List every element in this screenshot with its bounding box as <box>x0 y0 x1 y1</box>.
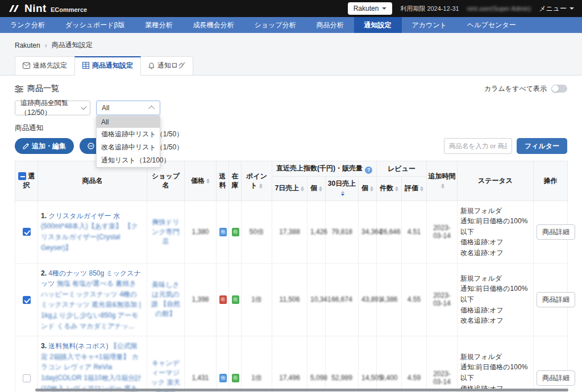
nav-item[interactable]: ランク分析 <box>0 17 55 33</box>
tab-contact-settings[interactable]: 連絡先設定 <box>15 56 75 75</box>
filter-button[interactable]: フィルター <box>517 138 567 154</box>
sort-icon[interactable] <box>319 186 322 191</box>
search-input[interactable] <box>444 138 512 154</box>
minus-circle-icon <box>88 143 94 149</box>
brand-name: Nint <box>24 2 47 15</box>
sort-icon[interactable] <box>206 178 210 184</box>
sales-7day-value: 11,506 <box>280 295 300 303</box>
header-review-score[interactable]: 評価 <box>402 177 427 201</box>
chevron-down-icon <box>382 7 386 10</box>
sort-icon-active[interactable] <box>341 191 344 196</box>
added-time-value: 2023-03-14 <box>433 224 451 240</box>
product-name-link[interactable]: クリスタルガイザー 水 (500ml*48本入)【あす楽】 【クリスタルガイザー… <box>41 212 138 252</box>
price-value: 1,380 <box>192 228 209 236</box>
sort-icon[interactable] <box>301 186 304 191</box>
tracking-list-select[interactable]: 追跡商品全閲覧（12/50） <box>15 101 90 115</box>
top-bar: Nint ECommerce Rakuten 利用期限 2024-12-31 n… <box>0 0 582 17</box>
header-shipping: 送料 <box>217 161 229 201</box>
qty-30day-value: 43,891 <box>361 295 383 303</box>
shop-name-link[interactable]: キャンディーマジック 楽天市場店 <box>151 359 181 392</box>
grid-icon <box>82 62 89 69</box>
menu-button[interactable]: メニュー <box>539 4 574 14</box>
section-title: 商品一覧 <box>15 84 59 94</box>
tab-notification-log[interactable]: 通知ログ <box>140 56 193 75</box>
logo: Nint ECommerce <box>8 2 87 15</box>
select-all-checkbox[interactable] <box>18 172 26 180</box>
qty-7day-value: 5,098 <box>310 374 327 382</box>
nav-item[interactable]: 通知設定 <box>354 17 402 33</box>
nav-item[interactable]: ダッシュボードβ版 <box>55 17 135 33</box>
tab-product-notification-settings[interactable]: 商品通知設定 <box>74 56 141 75</box>
breadcrumb-root[interactable]: Rakuten <box>15 41 40 49</box>
filter-list-select[interactable]: All <box>96 101 160 115</box>
sales-7day-value: 17,496 <box>279 374 300 382</box>
review-count-value: 4,386 <box>380 295 397 303</box>
nav-item[interactable]: ヘルプセンター <box>457 17 526 33</box>
dropdown-option[interactable]: 価格追跡中リスト（1/50） <box>97 128 160 141</box>
nav-item[interactable]: 業種分析 <box>135 17 182 33</box>
nav-item[interactable]: アカウント <box>402 17 457 33</box>
table-row: 1. クリスタルガイザー 水 (500ml*48本入)【あす楽】 【クリスタルガ… <box>15 201 568 263</box>
review-score-value: 4.51 <box>408 228 421 236</box>
chevron-down-icon <box>569 7 574 10</box>
price-value: 1,431 <box>192 374 209 382</box>
row-checkbox[interactable] <box>23 296 31 304</box>
sort-icon[interactable] <box>420 186 423 191</box>
points-value: 1倍 <box>251 295 262 303</box>
breadcrumb: Rakuten › 商品通知設定 <box>0 33 582 56</box>
nav-item[interactable]: 成長機会分析 <box>182 17 244 33</box>
header-30day-sales[interactable]: 30日売上 <box>326 177 359 201</box>
sort-icon[interactable] <box>441 184 444 189</box>
breadcrumb-separator: › <box>45 41 47 49</box>
added-time-value: 2023-03-14 <box>433 370 451 386</box>
product-detail-button[interactable]: 商品詳細 <box>537 292 575 307</box>
product-detail-button[interactable]: 商品詳細 <box>537 224 575 240</box>
review-score-value: 4.59 <box>408 374 421 382</box>
shop-name-link[interactable]: 美味しさは元気の源 【自然の館】 <box>151 281 180 318</box>
sales-30day-value: 52,989 <box>331 374 352 382</box>
sort-icon[interactable] <box>370 186 373 191</box>
price-value: 1,398 <box>192 295 209 303</box>
stock-badge: 有 <box>232 228 239 236</box>
sliders-icon <box>15 85 23 93</box>
bell-icon <box>148 62 155 69</box>
qty-7day-value: 1,426 <box>310 228 327 236</box>
review-score-value: 4.55 <box>408 295 421 303</box>
sort-icon[interactable] <box>259 184 263 189</box>
header-7day-qty[interactable]: 個 <box>307 177 326 201</box>
marketplace-selector[interactable]: Rakuten <box>348 2 393 15</box>
dropdown-option[interactable]: 改名追跡中リスト（1/50） <box>97 141 160 154</box>
dropdown-option[interactable]: All <box>97 116 160 128</box>
product-name-link[interactable]: 4種のナッツ 850g ミックスナッツ 無塩 有塩が選べる 素焼き ハッピーミッ… <box>41 269 141 330</box>
tabs-row: 連絡先設定 商品通知設定 通知ログ <box>0 56 582 76</box>
nav-item[interactable]: ショップ分析 <box>244 17 306 33</box>
sort-icon[interactable] <box>395 186 398 191</box>
product-detail-button[interactable]: 商品詳細 <box>537 370 575 386</box>
add-edit-button[interactable]: 追加・編集 <box>15 138 74 154</box>
table-body: 1. クリスタルガイザー 水 (500ml*48本入)【あす楽】 【クリスタルガ… <box>15 201 568 392</box>
shipping-badge: 無 <box>219 374 227 382</box>
nav-item[interactable]: 商品分析 <box>306 17 354 33</box>
help-icon[interactable]: ? <box>365 166 372 174</box>
header-action: 操作 <box>534 161 568 201</box>
sales-30day-value: 66,674 <box>331 295 352 303</box>
header-30day-qty[interactable]: 個 <box>359 177 377 201</box>
horizontal-scrollbar[interactable] <box>35 389 568 391</box>
header-price[interactable]: 価格 <box>185 161 217 201</box>
row-checkbox[interactable] <box>23 374 31 382</box>
header-review-count[interactable]: 件数 <box>377 177 402 201</box>
dropdown-option[interactable]: 通知リスト（12/100） <box>97 154 160 167</box>
header-7day-sales[interactable]: 7日売上 <box>272 177 307 201</box>
chevron-down-icon <box>81 104 86 110</box>
shop-name-link[interactable]: 爽快ドリンク専門店 <box>152 218 180 245</box>
row-checkbox[interactable] <box>23 228 31 236</box>
show-columns-toggle[interactable] <box>551 85 567 93</box>
sales-30day-value: 79,818 <box>331 228 352 236</box>
header-points[interactable]: ポイント <box>242 161 272 201</box>
header-added-time[interactable]: 追加時間 <box>427 161 458 201</box>
stock-badge: 有 <box>232 374 239 382</box>
header-select: 選択 <box>15 161 38 201</box>
shipping-badge: 無 <box>219 228 227 236</box>
header-review-group: レビュー <box>377 161 427 177</box>
product-name-link[interactable]: 送料無料(ネコポス) 【公式限定 2箱購入でキャ+1箱増量】 カラコン レヴィア… <box>41 342 142 392</box>
